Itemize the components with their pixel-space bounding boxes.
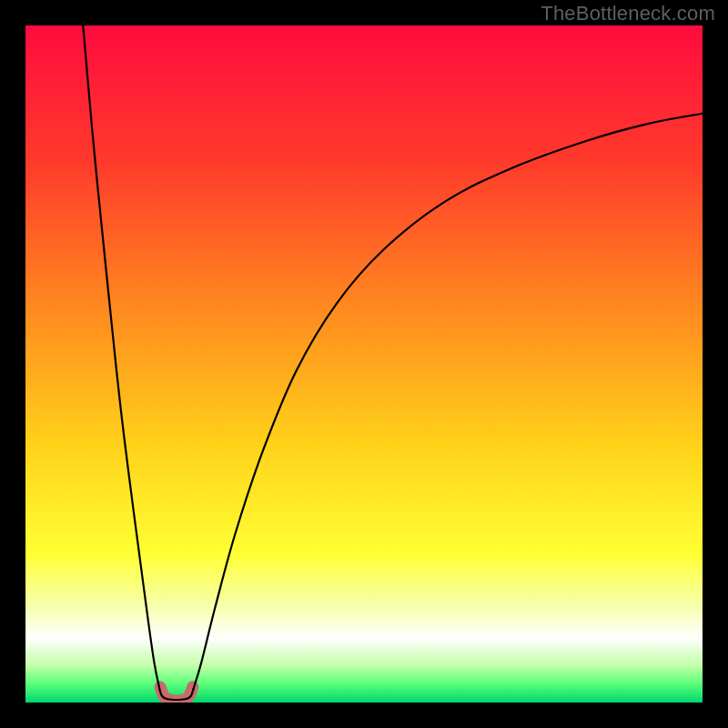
curve-layer [25, 25, 703, 703]
curve-right-branch [194, 114, 703, 689]
curve-left-branch [83, 25, 159, 689]
watermark-text: TheBottleneck.com [541, 2, 715, 25]
plot-area [25, 25, 703, 703]
chart-frame: TheBottleneck.com [0, 0, 728, 728]
